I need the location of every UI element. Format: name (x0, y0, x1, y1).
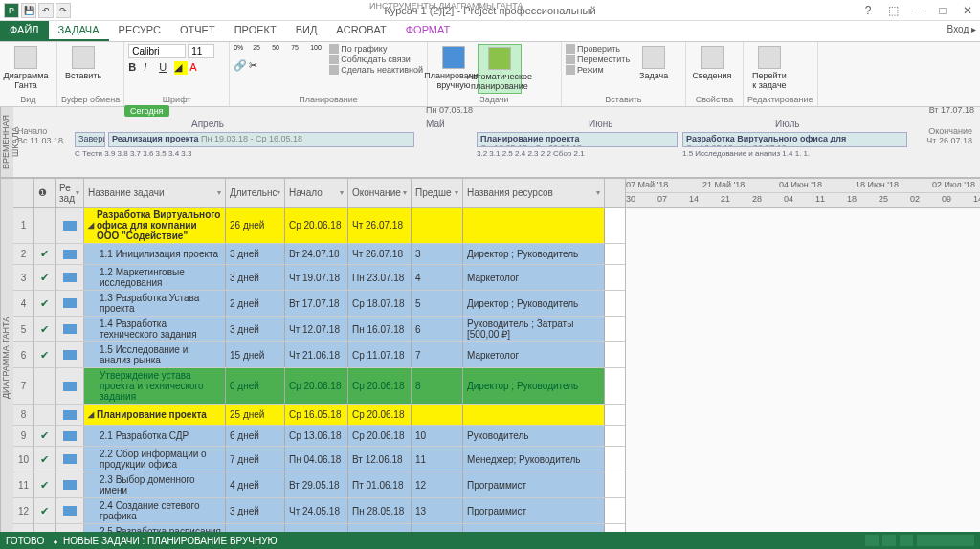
row-number[interactable]: 11 (13, 472, 34, 497)
timeline-block-4[interactable]: Разработка Виртуального офиса дляСр 16.0… (682, 132, 907, 147)
pct100-icon[interactable]: 100 (310, 44, 327, 57)
finish-cell[interactable]: Пт 01.06.18 (348, 472, 412, 497)
mode-cell[interactable] (56, 447, 84, 472)
mode-cell[interactable] (56, 426, 84, 446)
start-cell[interactable]: Ср 20.06.18 (285, 368, 348, 404)
font-family-select[interactable] (128, 44, 186, 58)
row-number[interactable]: 8 (13, 405, 34, 425)
respect-links-item[interactable]: Соблюдать связи (329, 55, 423, 64)
start-cell[interactable]: Чт 19.07.18 (285, 265, 348, 290)
inactivate-item[interactable]: Сделать неактивной (329, 65, 423, 75)
start-cell[interactable]: Вт 24.07.18 (285, 244, 348, 264)
task-name-cell[interactable]: 1.4 Разработка технического задания (84, 317, 226, 341)
tab-acrobat[interactable]: ACROBAT (326, 21, 395, 41)
table-row[interactable]: 3✔1.2 Маркетинговые исследования3 днейЧт… (13, 265, 625, 291)
pct50-icon[interactable]: 50 (272, 44, 289, 57)
start-cell[interactable]: Ср 16.05.18 (285, 405, 348, 425)
unlink-icon[interactable]: ✂ (249, 59, 262, 73)
details-button[interactable]: Сведения (690, 44, 734, 82)
finish-cell[interactable]: Чт 26.07.18 (348, 244, 412, 264)
tab-format[interactable]: ФОРМАТ (396, 21, 460, 41)
col-mode[interactable]: Ре зад▾ (56, 179, 84, 207)
duration-cell[interactable]: 7 дней (226, 447, 285, 472)
row-number[interactable]: 7 (13, 368, 34, 404)
resource-cell[interactable] (463, 405, 605, 425)
pred-cell[interactable]: 3 (412, 244, 463, 264)
table-row[interactable]: 6✔1.5 Исследование и анализ рынка15 дней… (13, 342, 625, 368)
finish-cell[interactable]: Ср 20.06.18 (348, 426, 412, 446)
table-row[interactable]: 8◢Планирование проекта25 днейСр 16.05.18… (13, 405, 625, 426)
mode-cell[interactable] (56, 472, 84, 497)
bold-icon[interactable]: B (128, 61, 142, 75)
pred-cell[interactable]: 8 (412, 368, 463, 404)
table-row[interactable]: 7Утверждение устава проекта и техническо… (13, 368, 625, 405)
resource-cell[interactable]: Директор ; Руководитель (463, 291, 605, 316)
fill-color-icon[interactable]: ◢ (174, 61, 188, 75)
redo-icon[interactable]: ↷ (56, 3, 71, 18)
start-cell[interactable]: Чт 24.05.18 (285, 498, 348, 523)
timeline-block-2[interactable]: Реализация проекта Пн 19.03.18 - Ср 16.0… (108, 132, 414, 147)
col-duration[interactable]: Длительнс▾ (226, 179, 285, 207)
finish-cell[interactable]: Ср 11.07.18 (348, 342, 412, 367)
start-cell[interactable]: Чт 21.06.18 (285, 342, 348, 367)
resource-cell[interactable]: Руководитель ; Затраты [500,00 ₽] (463, 317, 605, 341)
row-number[interactable]: 1 (13, 208, 34, 243)
pct25-icon[interactable]: 25 (253, 44, 270, 57)
task-name-cell[interactable]: 2.3 Выбор доменного имени (84, 472, 226, 497)
finish-cell[interactable]: Пн 23.07.18 (348, 265, 412, 290)
resource-cell[interactable]: Менеджер; Руководитель (463, 447, 605, 472)
resource-cell[interactable]: Директор ; Руководитель (463, 244, 605, 264)
mode-item[interactable]: Режим (566, 65, 630, 75)
pred-cell[interactable]: 11 (412, 447, 463, 472)
task-name-cell[interactable]: ◢Разработка Виртуального офиса для компа… (84, 208, 226, 243)
minimize-icon[interactable]: — (907, 4, 928, 17)
table-row[interactable]: 12✔2.4 Создание сетевого графика3 днейЧт… (13, 498, 625, 524)
finish-cell[interactable]: Пн 28.05.18 (348, 498, 412, 523)
duration-cell[interactable]: 2 дней (226, 291, 285, 316)
col-indicator[interactable]: ❶ (34, 179, 56, 207)
duration-cell[interactable]: 6 дней (226, 426, 285, 446)
table-row[interactable]: 5✔1.4 Разработка технического задания3 д… (13, 317, 625, 342)
table-row[interactable]: 2✔1.1 Иницилизация проекта3 днейВт 24.07… (13, 244, 625, 265)
row-number[interactable]: 6 (13, 342, 34, 367)
finish-cell[interactable]: Ср 20.06.18 (348, 405, 412, 425)
pred-cell[interactable] (412, 208, 463, 243)
col-rownum[interactable] (13, 179, 34, 207)
row-number[interactable]: 2 (13, 244, 34, 264)
tab-file[interactable]: ФАЙЛ (0, 21, 49, 41)
row-number[interactable]: 10 (13, 447, 34, 472)
duration-cell[interactable]: 3 дней (226, 498, 285, 523)
task-name-cell[interactable]: 1.5 Исследование и анализ рынка (84, 342, 226, 367)
tab-view[interactable]: ВИД (286, 21, 327, 41)
col-pred[interactable]: Предше▾ (412, 179, 463, 207)
timeline-block-3[interactable]: Планирование проектаСр 16.05.18 - Ср 20.… (477, 132, 678, 147)
finish-cell[interactable]: Ср 20.06.18 (348, 368, 412, 404)
task-name-cell[interactable]: 2.2 Сбор информации о продукции офиса (84, 447, 226, 472)
gantt-view-button[interactable]: Диаграмма Ганта (4, 44, 48, 92)
mode-cell[interactable] (56, 498, 84, 523)
row-number[interactable]: 5 (13, 317, 34, 341)
task-name-cell[interactable]: Утверждение устава проекта и техническог… (84, 368, 226, 404)
start-cell[interactable]: Чт 12.07.18 (285, 317, 348, 341)
auto-schedule-button[interactable]: Автоматическое планирование (478, 44, 522, 94)
resource-cell[interactable] (463, 208, 605, 243)
task-name-cell[interactable]: 2.4 Создание сетевого графика (84, 498, 226, 523)
inspect-item[interactable]: Проверить (566, 44, 630, 54)
link-icon[interactable]: 🔗 (234, 59, 247, 73)
pred-cell[interactable]: 5 (412, 291, 463, 316)
on-schedule-item[interactable]: По графику (329, 44, 423, 54)
task-name-cell[interactable]: 1.1 Иницилизация проекта (84, 244, 226, 264)
col-name[interactable]: Название задачи▾ (84, 179, 226, 207)
table-row[interactable]: 4✔1.3 Разработка Устава проекта2 днейВт … (13, 291, 625, 317)
gantt-vtab[interactable]: ДИАГРАММА ГАНТА (0, 179, 13, 536)
table-row[interactable]: 10✔2.2 Сбор информации о продукции офиса… (13, 447, 625, 472)
start-cell[interactable]: Вт 17.07.18 (285, 291, 348, 316)
pct0-icon[interactable]: 0% (234, 44, 251, 57)
row-number[interactable]: 4 (13, 291, 34, 316)
italic-icon[interactable]: I (144, 61, 157, 75)
pred-cell[interactable]: 13 (412, 498, 463, 523)
pred-cell[interactable]: 6 (412, 317, 463, 341)
task-name-cell[interactable]: ◢Планирование проекта (84, 405, 226, 425)
pred-cell[interactable]: 10 (412, 426, 463, 446)
help-icon[interactable]: ? (858, 4, 879, 17)
